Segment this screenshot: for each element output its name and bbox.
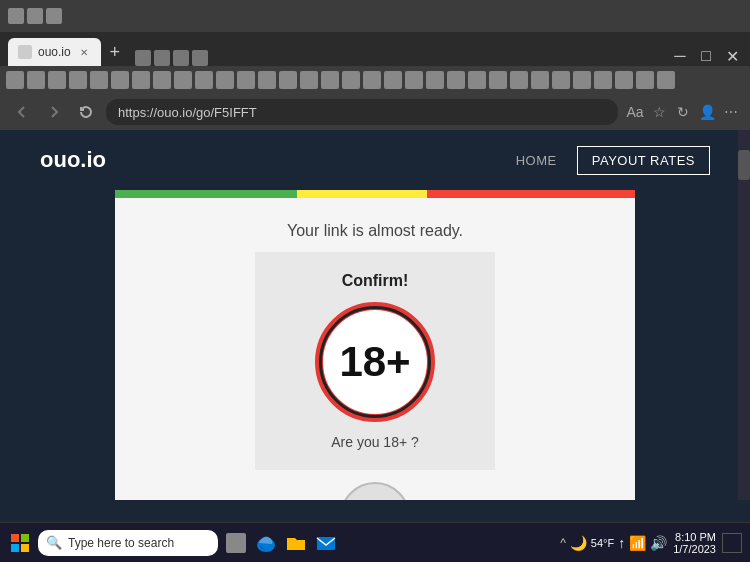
- bookmark-icon-5: [90, 71, 108, 89]
- taskbar-icon-1[interactable]: [224, 531, 248, 555]
- scrollbar[interactable]: [738, 130, 750, 500]
- bookmark-icon-22: [447, 71, 465, 89]
- site-logo: ouo.io: [40, 147, 106, 173]
- bookmark-icon-8: [153, 71, 171, 89]
- taskbar-time-display: 8:10 PM: [675, 531, 716, 543]
- site-nav-links: HOME PAYOUT RATES: [516, 146, 710, 175]
- bookmark-icon-4: [69, 71, 87, 89]
- taskbar-edge-icon[interactable]: [254, 531, 278, 555]
- new-tab-button[interactable]: +: [101, 38, 129, 66]
- bookmark-icon-29: [594, 71, 612, 89]
- confirm-box: Confirm! 18+ Are you 18+ ?: [255, 252, 495, 470]
- bookmark-icon-24: [489, 71, 507, 89]
- star-icon[interactable]: ☆: [650, 103, 668, 121]
- show-desktop-button[interactable]: [722, 533, 742, 553]
- forward-button[interactable]: [42, 100, 66, 124]
- bookmark-icon-14: [279, 71, 297, 89]
- are-you-text: Are you 18+ ?: [331, 434, 419, 450]
- bookmarks-toolbar: [0, 66, 750, 94]
- tab-close-button[interactable]: ✕: [77, 45, 91, 59]
- countdown-circle: 1: [340, 482, 410, 500]
- confirm-label: Confirm!: [342, 272, 409, 290]
- window-controls: [8, 8, 62, 24]
- bookmark-icon-32: [657, 71, 675, 89]
- title-bar: [0, 0, 750, 32]
- bookmark-icon-31: [636, 71, 654, 89]
- maximize-button[interactable]: □: [696, 46, 716, 66]
- age-badge: 18+: [315, 302, 435, 422]
- start-button[interactable]: [8, 531, 32, 555]
- bookmark-icon-27: [552, 71, 570, 89]
- browser-icon-3: [46, 8, 62, 24]
- tab-title: ouo.io: [38, 45, 71, 59]
- svg-rect-5: [317, 537, 335, 550]
- network-icon: 📶: [629, 535, 646, 551]
- content-card: Your link is almost ready. Confirm! 18+ …: [115, 198, 635, 500]
- browser-icon-2: [27, 8, 43, 24]
- tray-moon-icon: 🌙: [570, 535, 587, 551]
- tray-temp: 54°F: [591, 537, 614, 549]
- volume-icon: 🔊: [650, 535, 667, 551]
- ext-icon-1: [135, 50, 151, 66]
- menu-icon[interactable]: ⋯: [722, 103, 740, 121]
- home-nav-link[interactable]: HOME: [516, 153, 557, 168]
- bookmark-icon-3: [48, 71, 66, 89]
- taskbar-date-display: 1/7/2023: [673, 543, 716, 555]
- svg-rect-0: [11, 534, 19, 542]
- svg-rect-3: [21, 544, 29, 552]
- ext-icon-2: [154, 50, 170, 66]
- bookmark-icon-26: [531, 71, 549, 89]
- taskbar-folder-icon[interactable]: [284, 531, 308, 555]
- payout-rates-button[interactable]: PAYOUT RATES: [577, 146, 710, 175]
- taskbar-right-section: ^ 🌙 54°F ↑ 📶 🔊 8:10 PM 1/7/2023: [560, 531, 742, 555]
- bookmark-icon-23: [468, 71, 486, 89]
- progress-green: [115, 190, 297, 198]
- bookmark-icon-1: [6, 71, 24, 89]
- bookmark-icon-16: [321, 71, 339, 89]
- bookmark-icon-30: [615, 71, 633, 89]
- taskbar-search[interactable]: 🔍 Type here to search: [38, 530, 218, 556]
- back-button[interactable]: [10, 100, 34, 124]
- progress-red: [427, 190, 635, 198]
- bookmark-icon-17: [342, 71, 360, 89]
- age-text: 18+: [339, 338, 410, 386]
- svg-rect-2: [11, 544, 19, 552]
- address-right-icons: Aa ☆ ↻ 👤 ⋯: [626, 103, 740, 121]
- browser-icon-1: [8, 8, 24, 24]
- bookmark-icon-7: [132, 71, 150, 89]
- profile-icon[interactable]: 👤: [698, 103, 716, 121]
- bookmark-icon-20: [405, 71, 423, 89]
- active-tab[interactable]: ouo.io ✕: [8, 38, 101, 66]
- reader-icon[interactable]: Aa: [626, 103, 644, 121]
- address-bar: https://ouo.io/go/F5IFFT Aa ☆ ↻ 👤 ⋯: [0, 94, 750, 130]
- taskbar-app-icon-1: [226, 533, 246, 553]
- bookmark-icon-21: [426, 71, 444, 89]
- url-text: https://ouo.io/go/F5IFFT: [118, 105, 257, 120]
- close-button[interactable]: ✕: [722, 46, 742, 66]
- bookmark-icon-10: [195, 71, 213, 89]
- almost-ready-text: Your link is almost ready.: [287, 222, 463, 240]
- tab-favicon: [18, 45, 32, 59]
- ext-icon-4: [192, 50, 208, 66]
- taskbar-mail-icon[interactable]: [314, 531, 338, 555]
- taskbar-clock[interactable]: 8:10 PM 1/7/2023: [673, 531, 716, 555]
- bookmark-icon-2: [27, 71, 45, 89]
- bookmark-icon-19: [384, 71, 402, 89]
- tab-bar: ouo.io ✕ + ─ □ ✕: [0, 32, 750, 66]
- bookmark-icon-28: [573, 71, 591, 89]
- progress-bar: [115, 190, 635, 198]
- refresh-button[interactable]: [74, 100, 98, 124]
- taskbar-search-label: Type here to search: [68, 536, 174, 550]
- progress-yellow: [297, 190, 427, 198]
- url-bar[interactable]: https://ouo.io/go/F5IFFT: [106, 99, 618, 125]
- bookmark-icon-12: [237, 71, 255, 89]
- tray-arrow[interactable]: ^: [560, 536, 566, 550]
- scrollbar-thumb[interactable]: [738, 150, 750, 180]
- refresh-icon[interactable]: ↻: [674, 103, 692, 121]
- system-tray: ^ 🌙 54°F ↑ 📶 🔊: [560, 535, 667, 551]
- bookmark-icon-18: [363, 71, 381, 89]
- minimize-button[interactable]: ─: [670, 46, 690, 66]
- bookmark-icon-6: [111, 71, 129, 89]
- bookmark-icon-25: [510, 71, 528, 89]
- taskbar: 🔍 Type here to search ^ 🌙 54°F ↑ 📶 🔊: [0, 522, 750, 562]
